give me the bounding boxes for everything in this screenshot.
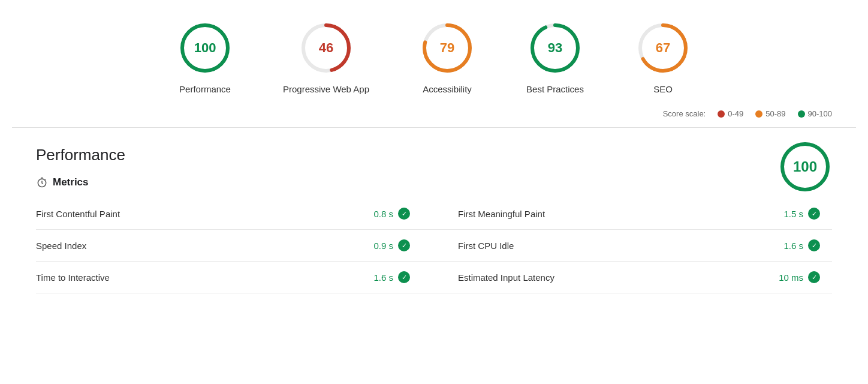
- scale-dot-red: [718, 110, 725, 118]
- metric-value: 1.6 s: [373, 272, 393, 283]
- stopwatch-icon: [36, 176, 48, 188]
- performance-section-title: Performance: [36, 146, 832, 164]
- score-value-performance: 100: [194, 40, 216, 56]
- metric-row: First CPU Idle 1.6 s ✓: [434, 230, 832, 262]
- score-item-pwa: 46 Progressive Web App: [283, 18, 369, 94]
- score-value-accessibility: 79: [440, 40, 454, 56]
- score-item-best-practices: 93 Best Practices: [525, 18, 585, 94]
- metric-value-group: 1.6 s ✓: [783, 239, 820, 251]
- metric-value: 1.6 s: [783, 241, 803, 251]
- check-icon: ✓: [808, 239, 820, 251]
- scores-section: 100 Performance 46 Progressive Web App 7…: [0, 0, 868, 106]
- check-icon: ✓: [808, 208, 820, 220]
- performance-score-value: 100: [793, 158, 817, 175]
- metric-name: First CPU Idle: [458, 241, 514, 251]
- score-label-performance: Performance: [179, 84, 231, 94]
- metrics-grid: First Contentful Paint 0.8 s ✓ First Mea…: [36, 198, 832, 293]
- metric-value-group: 1.6 s ✓: [373, 271, 410, 283]
- score-value-best-practices: 93: [548, 40, 562, 56]
- score-item-accessibility: 79 Accessibility: [417, 18, 477, 94]
- metric-name: Estimated Input Latency: [458, 272, 554, 283]
- scale-dot-orange: [755, 110, 762, 118]
- performance-section: Performance 100 Metrics First Contentful…: [0, 128, 868, 305]
- metric-row: Time to Interactive 1.6 s ✓: [36, 262, 434, 293]
- metric-value: 10 ms: [779, 272, 803, 283]
- metric-value-group: 0.8 s ✓: [373, 208, 410, 220]
- score-item-performance: 100 Performance: [175, 18, 235, 94]
- check-icon: ✓: [398, 239, 410, 251]
- score-value-seo: 67: [656, 40, 670, 56]
- check-icon: ✓: [808, 271, 820, 283]
- score-circle-performance: 100: [175, 18, 235, 78]
- scale-item-red: 0-49: [718, 109, 743, 118]
- score-label-seo: SEO: [653, 84, 673, 94]
- score-scale-row: Score scale: 0-49 50-89 90-100: [0, 106, 868, 127]
- metric-name: First Contentful Paint: [36, 209, 120, 219]
- metric-value-group: 1.5 s ✓: [783, 208, 820, 220]
- scale-dot-green: [798, 110, 805, 118]
- metric-value: 0.8 s: [373, 209, 393, 219]
- performance-score-circle: 100: [778, 140, 832, 194]
- scale-range-green: 90-100: [808, 109, 832, 118]
- metric-name: Speed Index: [36, 241, 86, 251]
- scale-range-orange: 50-89: [765, 109, 785, 118]
- metric-value-group: 0.9 s ✓: [373, 239, 410, 251]
- scale-item-orange: 50-89: [755, 109, 785, 118]
- score-item-seo: 67 SEO: [633, 18, 693, 94]
- score-value-pwa: 46: [319, 40, 333, 56]
- metric-row: First Contentful Paint 0.8 s ✓: [36, 198, 434, 230]
- scale-range-red: 0-49: [728, 109, 743, 118]
- score-circle-pwa: 46: [296, 18, 356, 78]
- scale-item-green: 90-100: [798, 109, 832, 118]
- metric-value: 1.5 s: [783, 209, 803, 219]
- metric-value: 0.9 s: [373, 241, 393, 251]
- score-circle-seo: 67: [633, 18, 693, 78]
- metric-name: Time to Interactive: [36, 272, 110, 283]
- metric-value-group: 10 ms ✓: [779, 271, 820, 283]
- score-circle-accessibility: 79: [417, 18, 477, 78]
- score-label-pwa: Progressive Web App: [283, 84, 369, 94]
- score-circle-best-practices: 93: [525, 18, 585, 78]
- metrics-header: Metrics: [36, 176, 832, 188]
- metric-row: First Meaningful Paint 1.5 s ✓: [434, 198, 832, 230]
- check-icon: ✓: [398, 208, 410, 220]
- metric-name: First Meaningful Paint: [458, 209, 545, 219]
- metrics-title: Metrics: [53, 176, 89, 188]
- score-label-accessibility: Accessibility: [423, 84, 472, 94]
- check-icon: ✓: [398, 271, 410, 283]
- metric-row: Speed Index 0.9 s ✓: [36, 230, 434, 262]
- score-label-best-practices: Best Practices: [526, 84, 584, 94]
- metric-row: Estimated Input Latency 10 ms ✓: [434, 262, 832, 293]
- score-scale-label: Score scale:: [663, 109, 706, 118]
